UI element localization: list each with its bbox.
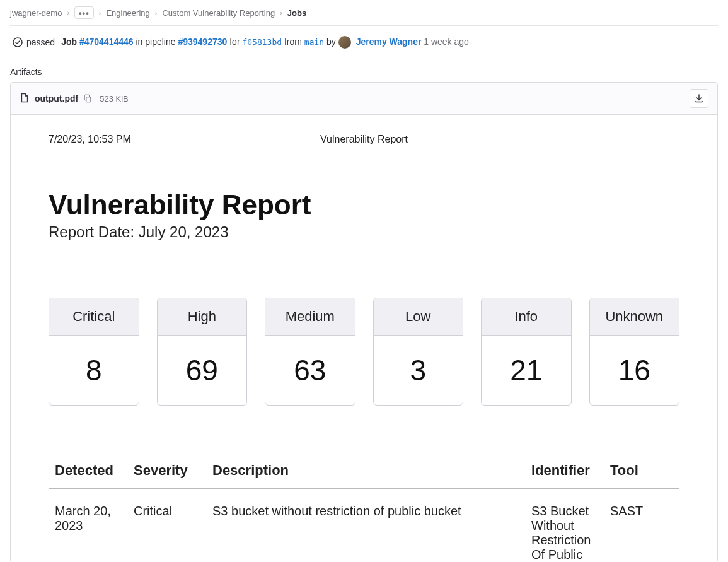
document-icon <box>20 93 30 105</box>
pdf-header-title: Vulnerability Report <box>212 134 516 145</box>
status-text: passed <box>26 37 55 47</box>
artifact-info: output.pdf 523 KiB <box>20 93 129 105</box>
severity-count: 69 <box>158 336 247 405</box>
breadcrumb-root[interactable]: jwagner-demo <box>10 8 62 18</box>
copy-path-button[interactable] <box>83 94 92 103</box>
artifact-panel: output.pdf 523 KiB 7/20/23, 10:53 PM Vul… <box>10 82 718 562</box>
text-in-pipeline: in pipeline <box>136 37 175 47</box>
artifact-size: 523 KiB <box>100 94 129 103</box>
chevron-right-icon: › <box>67 9 69 16</box>
text-for: for <box>229 37 240 47</box>
job-label: Job <box>61 37 77 47</box>
chevron-right-icon: › <box>280 9 282 16</box>
status-passed-icon <box>13 37 23 47</box>
severity-card-low: Low 3 <box>373 298 464 406</box>
avatar[interactable] <box>338 36 351 49</box>
breadcrumb-current: Jobs <box>287 8 306 18</box>
chevron-right-icon: › <box>99 9 101 16</box>
author-link[interactable]: Jeremy Wagner <box>356 37 422 47</box>
svg-point-0 <box>13 38 22 47</box>
severity-count: 8 <box>49 336 139 405</box>
severity-count: 21 <box>482 336 571 405</box>
severity-label: Info <box>482 298 571 336</box>
breadcrumb-ellipsis-button[interactable]: ••• <box>74 6 94 19</box>
time-ago: 1 week ago <box>424 37 469 47</box>
text-by: by <box>326 37 336 47</box>
severity-count: 63 <box>265 336 355 405</box>
artifact-filename: output.pdf <box>35 93 78 103</box>
page-title: Vulnerability Report <box>49 189 679 221</box>
severity-label: Low <box>374 298 463 336</box>
artifact-bar: output.pdf 523 KiB <box>11 83 717 115</box>
download-button[interactable] <box>690 89 708 108</box>
report-date: Report Date: July 20, 2023 <box>49 223 679 241</box>
status-badge: passed <box>13 37 55 47</box>
col-description: Description <box>206 456 525 488</box>
table-row: March 20, 2023 Critical S3 bucket withou… <box>49 488 679 562</box>
cell-identifier: S3 Bucket Without Restriction Of Public <box>525 488 604 562</box>
svg-rect-1 <box>86 97 91 102</box>
job-header: passed Job #4704414446 in pipeline #9394… <box>10 26 718 59</box>
cell-tool: SAST <box>604 488 679 562</box>
job-id-link[interactable]: #4704414446 <box>79 37 134 47</box>
severity-card-info: Info 21 <box>481 298 572 406</box>
col-identifier: Identifier <box>525 456 604 488</box>
severity-card-unknown: Unknown 16 <box>589 298 680 406</box>
severity-label: Unknown <box>590 298 679 336</box>
col-severity: Severity <box>127 456 206 488</box>
col-detected: Detected <box>49 456 127 488</box>
breadcrumb-project[interactable]: Custom Vulnerability Reporting <box>162 8 275 18</box>
pdf-timestamp: 7/20/23, 10:53 PM <box>49 134 212 145</box>
breadcrumb-group[interactable]: Engineering <box>106 8 149 18</box>
pdf-header-line: 7/20/23, 10:53 PM Vulnerability Report <box>49 134 679 145</box>
severity-count: 16 <box>590 336 679 405</box>
pdf-preview: 7/20/23, 10:53 PM Vulnerability Report V… <box>11 115 717 562</box>
cell-description: S3 bucket without restriction of public … <box>206 488 525 562</box>
chevron-right-icon: › <box>155 9 158 16</box>
text-from: from <box>284 37 302 47</box>
branch-link[interactable]: main <box>304 37 324 47</box>
pipeline-id-link[interactable]: #939492730 <box>178 37 227 47</box>
artifacts-heading: Artifacts <box>10 59 718 82</box>
severity-label: Medium <box>265 298 355 336</box>
severity-card-critical: Critical 8 <box>49 298 139 406</box>
severity-card-high: High 69 <box>157 298 248 406</box>
vulnerability-table: Detected Severity Description Identifier… <box>49 456 679 562</box>
commit-sha-link[interactable]: f05813bd <box>242 37 282 47</box>
job-line: Job #4704414446 in pipeline #939492730 f… <box>61 36 469 49</box>
severity-grid: Critical 8 High 69 Medium 63 Low 3 Info … <box>49 298 679 406</box>
col-tool: Tool <box>604 456 679 488</box>
cell-severity: Critical <box>127 488 206 562</box>
severity-label: Critical <box>49 298 139 336</box>
breadcrumb: jwagner-demo › ••• › Engineering › Custo… <box>10 0 718 26</box>
cell-detected: March 20, 2023 <box>49 488 127 562</box>
severity-count: 3 <box>374 336 463 405</box>
severity-card-medium: Medium 63 <box>265 298 355 406</box>
severity-label: High <box>158 298 247 336</box>
